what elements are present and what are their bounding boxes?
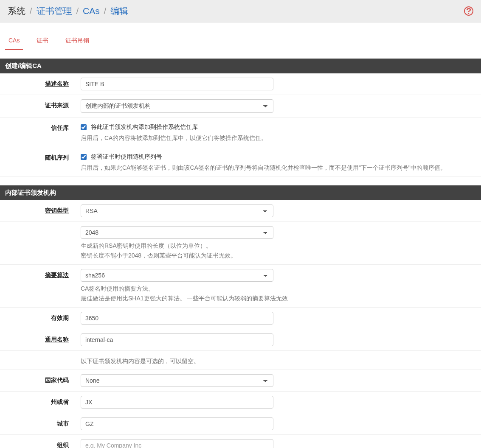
tab-crl[interactable]: 证书吊销 (65, 33, 89, 50)
input-descr[interactable] (81, 78, 273, 90)
checkbox-trust-label: 将此证书颁发机构添加到操作系统信任库 (91, 123, 198, 131)
breadcrumb-cert-mgmt[interactable]: 证书管理 (37, 6, 72, 16)
label-descr: 描述名称 (0, 78, 81, 88)
input-org[interactable] (81, 439, 273, 448)
help-icon[interactable]: ? (464, 6, 473, 16)
label-keytype: 密钥类型 (0, 204, 81, 215)
note-optional: 以下证书颁发机构内容是可选的，可以留空。 (81, 355, 471, 365)
header-bar: 系统 / 证书管理 / CAs / 编辑 ? (0, 0, 481, 22)
label-state: 州或省 (0, 396, 81, 406)
label-city: 城市 (0, 417, 81, 428)
label-trust: 信任库 (0, 122, 81, 132)
select-digest[interactable]: sha256 (81, 269, 273, 282)
label-country: 国家代码 (0, 374, 81, 384)
breadcrumb-sep-3: / (104, 6, 107, 16)
checkbox-random-label: 签署证书时使用随机序列号 (91, 153, 162, 161)
breadcrumb-cas[interactable]: CAs (83, 6, 100, 16)
label-lifetime: 有效期 (0, 312, 81, 322)
breadcrumb: 系统 / 证书管理 / CAs / 编辑 (8, 5, 128, 17)
tabs: CAs 证书 证书吊销 (0, 33, 481, 50)
checkbox-random[interactable] (81, 154, 87, 160)
label-org: 组织 (0, 439, 81, 448)
tab-cas[interactable]: CAs (8, 33, 20, 50)
breadcrumb-system[interactable]: 系统 (8, 6, 25, 16)
breadcrumb-sep-2: / (76, 6, 79, 16)
input-state[interactable] (81, 396, 273, 409)
label-optional-empty (0, 355, 81, 358)
helptext-keylen-2: 密钥长度不能小于2048，否则某些平台可能认为证书无效。 (81, 251, 471, 260)
input-city[interactable] (81, 417, 273, 430)
helptext-digest-2: 最佳做法是使用比SHA1更强大的算法。 一些平台可能认为较弱的摘要算法无效 (81, 294, 471, 303)
input-lifetime[interactable] (81, 312, 273, 325)
label-keylen (0, 226, 81, 229)
helptext-trust: 启用后，CA的内容将被添加到信任库中，以便它们将被操作系统信任。 (81, 134, 471, 143)
select-country[interactable]: None (81, 374, 273, 387)
input-cn[interactable] (81, 333, 273, 346)
breadcrumb-edit[interactable]: 编辑 (110, 6, 128, 16)
label-digest: 摘要算法 (0, 269, 81, 279)
select-keylen[interactable]: 2048 (81, 226, 273, 239)
label-cn: 通用名称 (0, 333, 81, 344)
select-keytype[interactable]: RSA (81, 204, 273, 217)
helptext-digest-1: CA签名时使用的摘要方法。 (81, 284, 471, 293)
helptext-random: 启用后，如果此CA能够签名证书，则由该CA签名的证书的序列号将自动随机化并检查唯… (81, 163, 471, 172)
label-method: 证书来源 (0, 99, 81, 109)
tab-certs[interactable]: 证书 (37, 33, 48, 50)
label-random: 随机序列 (0, 151, 81, 162)
panel-header-internal-ca: 内部证书颁发机构 (0, 185, 481, 200)
breadcrumb-sep-1: / (30, 6, 32, 16)
panel-header-create-edit: 创建/编辑CA (0, 59, 481, 73)
checkbox-trust[interactable] (81, 124, 87, 130)
helptext-keylen-1: 生成新的RSA密钥时使用的长度（以位为单位）。 (81, 241, 471, 250)
select-method[interactable]: 创建内部的证书颁发机构 (81, 99, 273, 113)
